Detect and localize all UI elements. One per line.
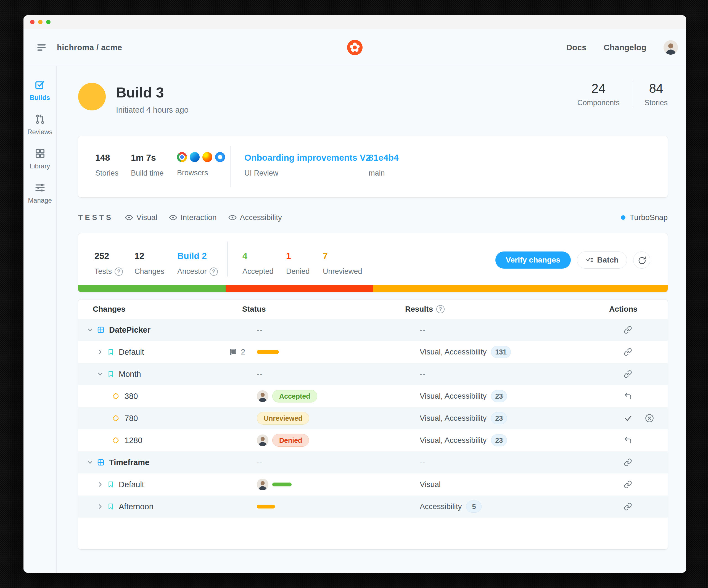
sidebar-item-manage[interactable]: Manage bbox=[24, 182, 56, 204]
chromatic-logo-icon[interactable] bbox=[347, 40, 362, 55]
permalink-icon[interactable] bbox=[624, 370, 632, 378]
results-count-badge[interactable]: 23 bbox=[491, 390, 507, 402]
component-icon bbox=[97, 459, 105, 466]
component-name[interactable]: Timeframe bbox=[109, 458, 149, 467]
commit-link[interactable]: 81e4b4 bbox=[368, 153, 399, 163]
stat-browsers: Browsers bbox=[177, 152, 225, 177]
deny-x-circle-icon[interactable] bbox=[645, 413, 654, 423]
table-row[interactable]: 780 Unreviewed Visual, Accessibility 23 bbox=[78, 407, 668, 429]
review-link[interactable]: Onboarding improvements V2 bbox=[244, 153, 371, 163]
stat-value: 12 bbox=[135, 251, 164, 261]
filter-accessibility[interactable]: Accessibility bbox=[228, 213, 282, 222]
chevron-down-icon[interactable] bbox=[97, 370, 104, 378]
help-icon[interactable]: ? bbox=[115, 268, 123, 276]
status-bar-accepted bbox=[272, 483, 292, 487]
refresh-icon[interactable] bbox=[633, 251, 650, 269]
stat-label: UI Review bbox=[244, 169, 371, 178]
tests-card-actions: Verify changes Batch bbox=[495, 251, 650, 269]
permalink-icon[interactable] bbox=[624, 502, 632, 511]
minimize-window-button[interactable] bbox=[38, 20, 42, 24]
permalink-icon[interactable] bbox=[624, 326, 632, 334]
sidebar-item-reviews[interactable]: Reviews bbox=[24, 114, 56, 136]
table-row[interactable]: Default 2 Visual, Accessibility 131 bbox=[78, 341, 668, 363]
turbosnap-label: TurboSnap bbox=[630, 213, 668, 222]
status-badge: Accepted bbox=[272, 390, 317, 402]
menu-icon[interactable] bbox=[36, 42, 48, 53]
test-name[interactable]: 780 bbox=[124, 414, 138, 423]
batch-button[interactable]: Batch bbox=[577, 251, 627, 269]
chevron-right-icon[interactable] bbox=[97, 481, 104, 488]
permalink-icon[interactable] bbox=[624, 480, 632, 489]
chevron-down-icon[interactable] bbox=[86, 459, 94, 466]
column-header-status: Status bbox=[242, 305, 405, 314]
filter-interaction[interactable]: Interaction bbox=[169, 213, 217, 222]
stat-unreviewed: 7 Unreviewed bbox=[323, 251, 362, 276]
nav-docs[interactable]: Docs bbox=[566, 43, 587, 52]
firefox-browser-icon bbox=[202, 152, 212, 162]
table-row[interactable]: 1280 Denied Visual, Accessibility 23 bbox=[78, 429, 668, 451]
close-window-button[interactable] bbox=[30, 20, 34, 24]
stat-value: 1 bbox=[286, 251, 310, 261]
stat-value: 4 bbox=[242, 251, 274, 261]
stat-value: 148 bbox=[95, 153, 118, 163]
table-row[interactable]: DatePicker -- -- bbox=[78, 319, 668, 341]
ancestor-link[interactable]: Build 2 bbox=[177, 251, 218, 261]
stat-value: 252 bbox=[94, 251, 123, 261]
reviewer-avatar bbox=[257, 390, 268, 402]
story-name[interactable]: Afternoon bbox=[119, 502, 153, 511]
comment-count[interactable]: 2 bbox=[229, 347, 245, 357]
table-row[interactable]: Month -- -- bbox=[78, 363, 668, 385]
sidebar-item-builds[interactable]: Builds bbox=[24, 80, 56, 101]
test-name[interactable]: 380 bbox=[124, 392, 138, 401]
build-status-dot bbox=[78, 83, 106, 111]
chevron-right-icon[interactable] bbox=[97, 503, 104, 510]
chevron-down-icon[interactable] bbox=[86, 326, 94, 334]
story-name[interactable]: Month bbox=[119, 370, 141, 379]
undo-icon[interactable] bbox=[624, 392, 632, 400]
breadcrumb[interactable]: hichroma / acme bbox=[57, 43, 122, 52]
results-count-badge[interactable]: 23 bbox=[491, 412, 507, 424]
diamond-icon bbox=[112, 436, 120, 444]
undo-icon[interactable] bbox=[624, 436, 632, 444]
bookmark-icon bbox=[107, 503, 114, 510]
table-row[interactable]: Afternoon Accessibility 5 bbox=[78, 496, 668, 518]
component-name[interactable]: DatePicker bbox=[109, 326, 150, 335]
accept-check-icon[interactable] bbox=[624, 414, 632, 423]
help-icon[interactable]: ? bbox=[436, 305, 445, 313]
review-progress-bar bbox=[78, 285, 668, 292]
bookmark-icon bbox=[107, 370, 114, 378]
nav-changelog[interactable]: Changelog bbox=[603, 43, 646, 52]
turbosnap-indicator[interactable]: TurboSnap bbox=[621, 213, 668, 222]
story-name[interactable]: Default bbox=[119, 480, 144, 489]
sliders-icon bbox=[34, 182, 46, 193]
results-count-badge[interactable]: 5 bbox=[466, 500, 481, 513]
story-name[interactable]: Default bbox=[119, 347, 144, 357]
test-name[interactable]: 1280 bbox=[124, 436, 143, 445]
stat-commit-link: 81e4b4 main bbox=[368, 153, 399, 178]
chevron-right-icon[interactable] bbox=[97, 348, 104, 355]
results-count-badge[interactable]: 131 bbox=[491, 346, 511, 358]
table-row[interactable]: 380 Accepted Visual, Accessibility 23 bbox=[78, 385, 668, 407]
user-avatar[interactable] bbox=[663, 40, 678, 55]
browser-icons bbox=[177, 152, 225, 163]
stat-value: 1m 7s bbox=[131, 153, 164, 163]
verify-changes-button[interactable]: Verify changes bbox=[495, 251, 571, 269]
sidebar-item-library[interactable]: Library bbox=[24, 148, 56, 170]
stat-build-time: 1m 7s Build time bbox=[131, 153, 164, 178]
comment-icon bbox=[229, 348, 237, 356]
help-icon[interactable]: ? bbox=[210, 268, 218, 276]
reviewer-avatar bbox=[257, 479, 268, 490]
empty-results: -- bbox=[420, 458, 426, 467]
divider bbox=[227, 242, 228, 277]
permalink-icon[interactable] bbox=[624, 458, 632, 467]
titlebar bbox=[24, 15, 686, 29]
stat-accepted: 4 Accepted bbox=[242, 251, 274, 276]
table-row[interactable]: Default Visual bbox=[78, 473, 668, 496]
changes-table: Changes Status Results ? Actions DatePic… bbox=[78, 300, 668, 549]
filter-visual[interactable]: Visual bbox=[125, 213, 157, 222]
permalink-icon[interactable] bbox=[624, 348, 632, 356]
zoom-window-button[interactable] bbox=[46, 20, 51, 24]
sidebar-item-label: Manage bbox=[28, 196, 52, 204]
table-row[interactable]: Timeframe -- -- bbox=[78, 451, 668, 473]
results-count-badge[interactable]: 23 bbox=[491, 434, 507, 446]
